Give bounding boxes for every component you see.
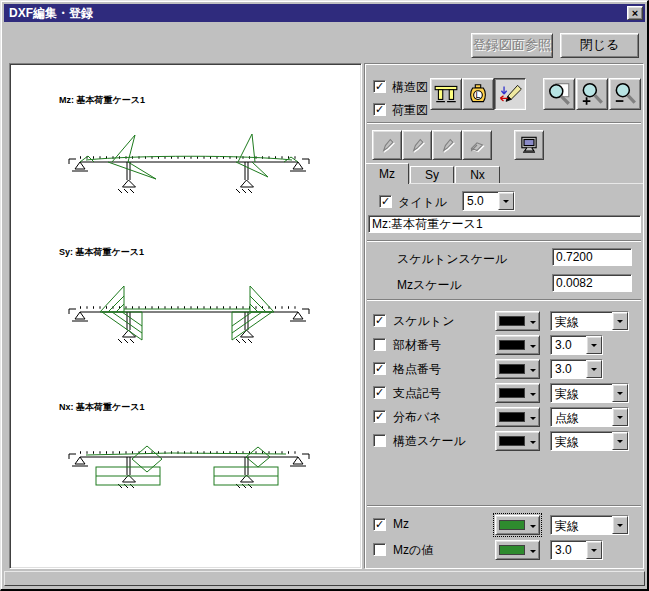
mz-value-color-dropdown[interactable] xyxy=(495,540,540,560)
support-symbol-checkbox[interactable]: ✓ xyxy=(373,386,386,399)
load-fig-checkbox[interactable]: ✓ xyxy=(373,103,386,116)
chevron-down-icon xyxy=(530,393,536,399)
zoom-out-button[interactable] xyxy=(609,78,641,110)
support-symbol-color-dropdown[interactable] xyxy=(495,383,540,403)
support-symbol-label: 支点記号 xyxy=(393,385,441,402)
draw-pen-2-button[interactable] xyxy=(402,130,432,160)
structure-fig-checkbox[interactable]: ✓ xyxy=(373,80,386,93)
zoom-fit-button[interactable] xyxy=(543,78,575,110)
tab-sy[interactable]: Sy xyxy=(410,166,454,183)
node-number-checkbox[interactable]: ✓ xyxy=(373,362,386,375)
chevron-down-icon[interactable] xyxy=(498,192,514,210)
color-swatch xyxy=(499,316,525,326)
mz-value-checkbox[interactable] xyxy=(373,543,386,556)
skeleton-checkbox[interactable]: ✓ xyxy=(373,314,386,327)
pencil-icon xyxy=(376,134,398,156)
support-symbol-linestyle-dropdown[interactable]: 実線 xyxy=(550,383,629,403)
title-label: タイトル xyxy=(398,194,447,211)
window-title: DXF編集・登録 xyxy=(9,6,93,20)
node-number-size-dropdown[interactable]: 3.0 xyxy=(550,359,603,379)
check-mark: ✓ xyxy=(375,80,384,92)
skeleton-scale-label: スケルトンスケール xyxy=(397,251,507,268)
zoom-in-button[interactable] xyxy=(576,78,608,110)
chevron-down-icon xyxy=(530,417,536,423)
weight-icon: L xyxy=(465,81,491,107)
member-number-color-dropdown[interactable] xyxy=(495,335,540,355)
eraser-icon xyxy=(466,134,488,156)
chevron-down-icon[interactable] xyxy=(612,516,628,534)
structure-scale-linestyle-dropdown[interactable]: 実線 xyxy=(550,431,629,451)
member-number-size-dropdown[interactable]: 3.0 xyxy=(550,335,603,355)
dxf-edit-register-dialog: DXF編集・登録 × 登録図面参照 閉じる Mz: 基本荷重ケース1 xyxy=(0,0,649,591)
chevron-down-icon xyxy=(530,321,536,327)
skeleton-scale-input[interactable] xyxy=(552,248,632,266)
mz-linestyle-dropdown[interactable]: 実線 xyxy=(550,515,629,535)
status-bar xyxy=(4,571,645,586)
register-drawing-ref-button[interactable]: 登録図面参照 xyxy=(471,33,553,58)
edit-dxf-button[interactable] xyxy=(494,78,526,110)
node-number-color-dropdown[interactable] xyxy=(495,359,540,379)
linestyle-value: 実線 xyxy=(551,432,612,450)
register-drawing-ref-label: 登録図面参照 xyxy=(473,37,551,52)
chevron-down-icon[interactable] xyxy=(612,408,628,426)
eraser-button[interactable] xyxy=(462,130,492,160)
structure-fig-label: 構造図 xyxy=(392,79,428,96)
distributed-spring-linestyle-dropdown[interactable]: 点線 xyxy=(550,407,629,427)
title-bar[interactable]: DXF編集・登録 × xyxy=(4,4,645,22)
draw-pen-1-button[interactable] xyxy=(372,130,402,160)
mz-checkbox[interactable]: ✓ xyxy=(373,518,386,531)
title-checkbox[interactable]: ✓ xyxy=(379,195,392,208)
distributed-spring-color-dropdown[interactable] xyxy=(495,407,540,427)
structure-view-button[interactable] xyxy=(430,78,462,110)
color-swatch xyxy=(499,520,525,530)
mz-scale-label: Mzスケール xyxy=(397,277,462,294)
chevron-down-icon xyxy=(530,550,536,556)
skeleton-linestyle-dropdown[interactable]: 実線 xyxy=(550,311,629,331)
tab-mz[interactable]: Mz xyxy=(365,163,409,184)
chevron-down-icon xyxy=(530,441,536,447)
check-mark: ✓ xyxy=(375,386,384,398)
preview-label-nx: Nx: 基本荷重ケース1 xyxy=(59,401,144,414)
separator xyxy=(367,505,641,507)
linestyle-value: 点線 xyxy=(551,408,612,426)
structure-scale-color-dropdown[interactable] xyxy=(495,431,540,451)
tab-nx-label: Nx xyxy=(470,168,485,182)
mz-scale-input[interactable] xyxy=(552,274,632,292)
preview-label-sy: Sy: 基本荷重ケース1 xyxy=(59,246,144,259)
tab-sy-label: Sy xyxy=(425,168,439,182)
mz-value-size-dropdown[interactable]: 3.0 xyxy=(550,540,603,560)
skeleton-color-dropdown[interactable] xyxy=(495,311,540,331)
mz-color-dropdown[interactable] xyxy=(495,515,540,535)
chevron-down-icon[interactable] xyxy=(612,312,628,330)
close-icon[interactable]: × xyxy=(627,6,643,20)
structure-scale-label: 構造スケール xyxy=(393,433,466,450)
nx-axial-diagram xyxy=(56,427,316,507)
chevron-down-icon[interactable] xyxy=(586,360,602,378)
pencil-icon xyxy=(406,134,428,156)
chevron-down-icon[interactable] xyxy=(612,384,628,402)
tab-nx[interactable]: Nx xyxy=(455,166,500,183)
drawing-preview-panel: Mz: 基本荷重ケース1 Sy: 基本荷重ケース1 xyxy=(9,63,362,569)
check-mark: ✓ xyxy=(375,410,384,422)
chevron-down-icon[interactable] xyxy=(586,541,602,559)
zoom-out-icon xyxy=(612,81,638,107)
mz-value-label: Mzの値 xyxy=(393,542,433,559)
screen-preview-button[interactable] xyxy=(514,130,544,160)
title-size-dropdown[interactable]: 5.0 xyxy=(462,191,515,211)
pencil-icon xyxy=(436,134,458,156)
chevron-down-icon[interactable] xyxy=(612,432,628,450)
structure-scale-checkbox[interactable] xyxy=(373,434,386,447)
title-text-input[interactable] xyxy=(368,215,641,233)
draw-pen-3-button[interactable] xyxy=(432,130,462,160)
close-dialog-button[interactable]: 閉じる xyxy=(560,33,639,58)
size-value: 3.0 xyxy=(551,541,586,559)
distributed-spring-checkbox[interactable]: ✓ xyxy=(373,410,386,423)
load-view-button[interactable]: L xyxy=(462,78,494,110)
member-number-checkbox[interactable] xyxy=(373,338,386,351)
node-number-label: 格点番号 xyxy=(393,361,441,378)
sy-shear-diagram xyxy=(56,282,316,362)
load-fig-label: 荷重図 xyxy=(392,102,428,119)
separator xyxy=(367,122,641,124)
color-swatch xyxy=(499,364,525,374)
chevron-down-icon[interactable] xyxy=(586,336,602,354)
